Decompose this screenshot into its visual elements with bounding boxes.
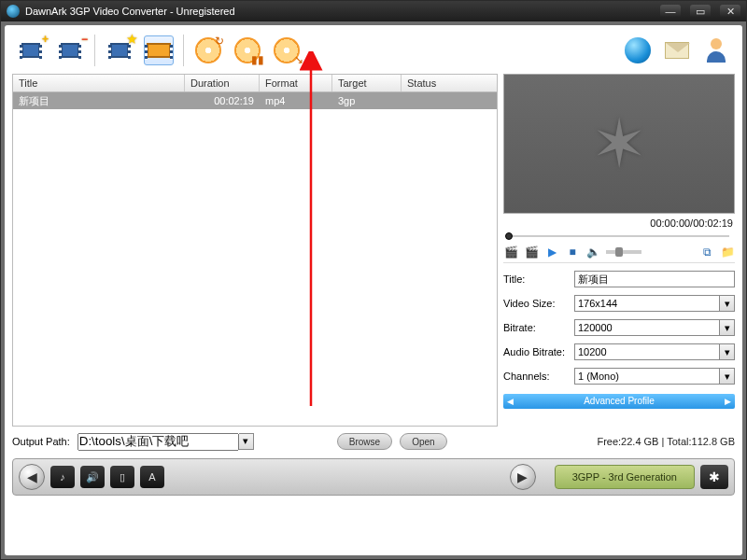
video-size-label: Video Size: [503,298,569,309]
email-button[interactable] [662,35,692,65]
dropdown-icon[interactable]: ▾ [720,343,735,360]
minimize-button[interactable]: — [660,5,681,18]
project-view-button[interactable] [144,35,174,65]
audio-bitrate-select[interactable] [574,343,720,360]
audio-mode-button[interactable]: 🔊 [80,466,105,488]
preview-toolbar: 🎬 🎬 ▶ ■ 🔈 ⧉ 📁 [503,244,735,263]
website-button[interactable] [623,35,653,65]
col-format[interactable]: Format [260,75,332,91]
new-project-button[interactable]: ★ [105,35,134,65]
col-duration[interactable]: Duration [185,75,260,91]
title-label: Title: [503,273,569,285]
maximize-button[interactable]: ▭ [690,5,711,18]
dropdown-icon[interactable]: ▾ [239,433,254,450]
bitrate-label: Bitrate: [503,322,569,333]
clip-icon[interactable]: 🎬 [503,245,518,259]
video-size-field: Video Size: ▾ [503,295,735,312]
stop-convert-button[interactable]: ↘ [272,35,302,65]
bitrate-select[interactable] [574,319,720,336]
preview-area: ✶ [503,74,735,214]
file-list-panel: Title Duration Format Target Status 新项目 … [12,74,498,427]
remove-file-button[interactable]: − [55,35,85,65]
table-row[interactable]: 新项目 00:02:19 mp4 3gp [13,92,497,109]
open-button[interactable]: Open [400,433,446,450]
cell-duration: 00:02:19 [185,95,260,106]
dropdown-icon[interactable]: ▾ [720,295,735,312]
col-title[interactable]: Title [13,75,185,91]
cell-title: 新项目 [13,94,185,108]
title-field: Title: [503,271,735,287]
profile-button[interactable]: 3GPP - 3rd Generation [555,465,695,489]
output-path-label: Output Path: [12,436,70,447]
grid-body[interactable]: 新项目 00:02:19 mp4 3gp [12,92,498,427]
properties-panel: ✶ 00:00:00/00:02:19 🎬 🎬 ▶ ■ 🔈 ⧉ 📁 Title: [503,74,735,427]
pause-convert-button[interactable]: ▮▮ [233,35,262,65]
window-title: DawnArk 3GP Video Converter - Unregister… [25,6,651,17]
preview-progress[interactable] [503,232,735,240]
folder-icon[interactable]: 📁 [720,245,735,259]
account-button[interactable] [701,35,731,65]
col-target[interactable]: Target [332,75,402,91]
toolbar-separator [183,35,184,66]
audio-bitrate-field: Audio Bitrate: ▾ [503,343,735,360]
body-row: Title Duration Format Target Status 新项目 … [12,74,735,427]
browse-button[interactable]: Browse [337,433,392,450]
clip2-icon[interactable]: 🎬 [524,245,539,259]
bottom-bar: ◀ ♪ 🔊 ▯ A ▶ 3GPP - 3rd Generation ✱ [12,458,735,496]
dropdown-icon[interactable]: ▾ [720,368,735,385]
add-file-button[interactable]: + [16,35,46,65]
convert-button[interactable]: ↻ [193,35,223,65]
cell-format: mp4 [260,95,332,106]
timecode-label: 00:00:00/00:02:19 [503,217,735,229]
app-window: DawnArk 3GP Video Converter - Unregister… [0,0,747,560]
channels-field: Channels: ▾ [503,368,735,385]
play-icon[interactable]: ▶ [544,245,559,259]
dropdown-icon[interactable]: ▾ [720,319,735,336]
cell-target: 3gp [332,95,402,106]
output-path-input[interactable] [78,433,239,451]
disk-info-label: Free:22.4 GB | Total:112.8 GB [597,436,735,447]
channels-label: Channels: [503,371,569,382]
col-status[interactable]: Status [402,75,497,91]
app-icon [7,5,20,18]
volume-slider[interactable] [606,250,641,254]
snapshot-icon[interactable]: ⧉ [699,245,714,259]
prev-button[interactable]: ◀ [19,464,45,490]
next-button[interactable]: ▶ [510,464,536,490]
volume-icon[interactable]: 🔈 [585,245,600,259]
device-mode-button[interactable]: ▯ [110,466,134,488]
text-mode-button[interactable]: A [140,466,164,488]
toolbar-separator [94,35,95,66]
titlebar: DawnArk 3GP Video Converter - Unregister… [1,1,746,21]
grid-header: Title Duration Format Target Status [12,74,498,92]
leaf-watermark-icon: ✶ [591,105,647,183]
close-button[interactable]: ✕ [720,5,740,18]
advanced-profile-bar[interactable]: Advanced Profile [503,394,735,409]
audio-bitrate-label: Audio Bitrate: [503,346,569,357]
music-mode-button[interactable]: ♪ [50,466,75,488]
client-area: + − ★ ↻ ▮▮ ↘ Title Duration Format Targe… [5,25,742,555]
video-size-select[interactable] [574,295,720,312]
channels-select[interactable] [574,368,720,385]
output-row: Output Path: ▾ Browse Open Free:22.4 GB … [12,430,735,453]
bitrate-field: Bitrate: ▾ [503,319,735,336]
profile-menu-button[interactable]: ✱ [700,465,728,489]
title-input[interactable] [574,271,735,287]
stop-icon[interactable]: ■ [565,245,580,259]
main-toolbar: + − ★ ↻ ▮▮ ↘ [12,31,735,70]
